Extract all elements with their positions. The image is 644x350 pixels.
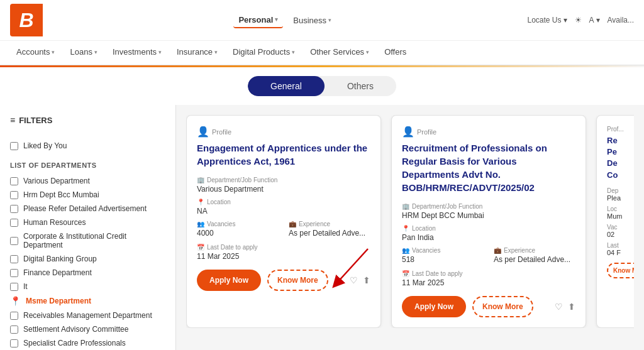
- dept-various-checkbox[interactable]: [10, 177, 18, 185]
- liked-by-you-checkbox[interactable]: [10, 142, 18, 150]
- job1-lastdate-label: 📅 Last Date to apply: [197, 244, 370, 251]
- dept-msme[interactable]: 📍 Msme Department: [10, 293, 165, 309]
- job3-title-partial: Re Pe De Co: [607, 135, 634, 181]
- job-card-3-partial: Prof... Re Pe De Co Dep Plea Loc Mum: [596, 115, 634, 328]
- job1-location-label: 📍 Location: [197, 199, 370, 205]
- job1-vacancies-exp-row: 👥 Vacancies 4000 💼 Experience As per Det…: [197, 221, 370, 238]
- nav-loans[interactable]: Loans ▾: [64, 41, 103, 65]
- job1-title: Engagement of Apprentices under the Appr…: [197, 141, 370, 168]
- departments-heading: LIST OF DEPARTMENTS: [10, 161, 165, 169]
- nav-insurance[interactable]: Insurance ▾: [170, 41, 224, 65]
- personal-chevron-icon: ▾: [275, 16, 278, 23]
- header: B Personal ▾ Business ▾ Locate Us ▾ ☀ A …: [0, 0, 644, 65]
- nav-digital-products[interactable]: Digital Products ▾: [226, 41, 301, 65]
- dept-hr[interactable]: Human Resources: [10, 216, 165, 229]
- job1-like-icon[interactable]: ♡: [350, 275, 358, 285]
- dept-please-refer[interactable]: Please Refer Detailed Advertisement: [10, 202, 165, 216]
- job1-vacancies-value: 4000: [197, 229, 279, 238]
- dept-hr-checkbox[interactable]: [10, 219, 18, 227]
- bank-logo[interactable]: B: [10, 4, 43, 36]
- job2-dept-label: 🏢 Department/Job Function: [402, 203, 575, 210]
- dept-finance[interactable]: Finance Department: [10, 266, 165, 280]
- dept-it-checkbox[interactable]: [10, 283, 18, 291]
- job2-dept-detail: 🏢 Department/Job Function HRM Dept BCC M…: [402, 203, 575, 220]
- job3-location-partial: Loc Mum: [607, 205, 634, 220]
- job3-know-more-partial[interactable]: Know M: [607, 263, 634, 278]
- location-icon-1: 📍: [197, 199, 204, 205]
- job2-share-icon[interactable]: ⬆: [568, 302, 575, 312]
- job2-vacancies: 👥 Vacancies 518: [402, 247, 484, 264]
- job2-lastdate-label: 📅 Last Date to apply: [402, 270, 575, 277]
- dept-digital-banking[interactable]: Digital Banking Group: [10, 252, 165, 266]
- job-card-1: 👤 Profile Engagement of Apprentices unde…: [186, 115, 381, 328]
- theme-toggle[interactable]: ☀: [575, 16, 582, 25]
- locate-us-button[interactable]: Locate Us ▾: [527, 16, 567, 25]
- tab-group: General Others: [248, 76, 396, 96]
- dept-icon-1: 🏢: [197, 177, 204, 183]
- profile-icon-1: 👤: [197, 126, 209, 138]
- logo-area: B: [10, 4, 43, 36]
- job1-apply-button[interactable]: Apply Now: [197, 270, 261, 291]
- dept-hrm[interactable]: Hrm Dept Bcc Mumbai: [10, 188, 165, 202]
- location-icon-2: 📍: [402, 225, 409, 232]
- filter-tabs-area: General Others: [0, 67, 644, 105]
- job2-lastdate-value: 11 Mar 2025: [402, 278, 575, 287]
- liked-by-you-filter[interactable]: Liked By You: [10, 139, 165, 153]
- jobs-grid: 👤 Profile Engagement of Apprentices unde…: [186, 115, 634, 328]
- exp-icon-1: 💼: [289, 221, 296, 227]
- job1-action-icons: ♡ ⬆: [350, 275, 370, 285]
- dept-settlement-checkbox[interactable]: [10, 325, 18, 334]
- tab-others[interactable]: Others: [325, 76, 396, 96]
- job2-like-icon[interactable]: ♡: [555, 302, 563, 312]
- job-card-2: 👤 Profile Recruitment of Professionals o…: [391, 115, 586, 328]
- job1-experience: 💼 Experience As per Detailed Adve...: [289, 221, 370, 238]
- job2-location-value: Pan India: [402, 233, 575, 242]
- job1-dept-label: 🏢 Department/Job Function: [197, 177, 370, 183]
- other-services-chevron-icon: ▾: [366, 49, 369, 55]
- dept-various[interactable]: Various Department: [10, 174, 165, 188]
- dept-receivables-checkbox[interactable]: [10, 312, 18, 320]
- job1-lastdate-value: 11 Mar 2025: [197, 252, 370, 261]
- logo-letter: B: [19, 9, 33, 32]
- nav-investments[interactable]: Investments ▾: [106, 41, 168, 65]
- nav-accounts[interactable]: Accounts ▾: [10, 41, 61, 65]
- job2-profile-label: 👤 Profile: [402, 126, 575, 138]
- personal-tab[interactable]: Personal ▾: [233, 13, 283, 28]
- job1-location-detail: 📍 Location NA: [197, 199, 370, 216]
- job1-share-icon[interactable]: ⬆: [363, 275, 370, 285]
- job1-actions: Apply Now Know More ♡ ⬆: [197, 270, 370, 291]
- filters-heading: ≡ FILTERS: [10, 115, 165, 130]
- exp-icon-2: 💼: [494, 247, 501, 254]
- dept-settlement[interactable]: Settlement Advisory Committee: [10, 322, 165, 336]
- dept-corporate-checkbox[interactable]: [10, 237, 18, 245]
- job1-vacancies-label: 👥 Vacancies: [197, 221, 279, 227]
- top-bar: B Personal ▾ Business ▾ Locate Us ▾ ☀ A …: [0, 0, 644, 41]
- nav-offers[interactable]: Offers: [378, 41, 413, 65]
- dept-digital-banking-checkbox[interactable]: [10, 255, 18, 263]
- font-size-control[interactable]: A ▾: [589, 16, 600, 25]
- job1-lastdate: 📅 Last Date to apply 11 Mar 2025: [197, 244, 370, 261]
- dept-corporate[interactable]: Corporate & Institutional Credit Departm…: [10, 229, 165, 252]
- location-pin-icon: 📍: [10, 296, 21, 306]
- job3-vacancies-partial: Vac 02: [607, 224, 634, 238]
- tab-general[interactable]: General: [248, 76, 325, 96]
- dept-receivables[interactable]: Receivables Management Department: [10, 309, 165, 322]
- top-nav: Personal ▾ Business ▾: [233, 13, 336, 28]
- nav-other-services[interactable]: Other Services ▾: [304, 41, 375, 65]
- business-tab[interactable]: Business ▾: [288, 13, 336, 28]
- dept-please-refer-checkbox[interactable]: [10, 205, 18, 213]
- dept-finance-checkbox[interactable]: [10, 269, 18, 277]
- dept-specialist[interactable]: Specialist Cadre Professionals: [10, 336, 165, 350]
- dept-it[interactable]: It: [10, 280, 165, 293]
- loans-chevron-icon: ▾: [94, 49, 97, 55]
- job1-know-more-button[interactable]: Know More: [267, 270, 328, 291]
- job2-exp-label: 💼 Experience: [494, 247, 575, 254]
- job2-apply-button[interactable]: Apply Now: [402, 296, 466, 317]
- accounts-chevron-icon: ▾: [52, 49, 55, 55]
- dept-specialist-checkbox[interactable]: [10, 339, 18, 347]
- dept-hrm-checkbox[interactable]: [10, 191, 18, 199]
- job1-location-value: NA: [197, 207, 370, 216]
- sidebar: ≡ FILTERS Liked By You LIST OF DEPARTMEN…: [0, 105, 176, 350]
- top-right-controls: Locate Us ▾ ☀ A ▾ Availa...: [527, 16, 634, 25]
- job2-know-more-button[interactable]: Know More: [472, 296, 533, 317]
